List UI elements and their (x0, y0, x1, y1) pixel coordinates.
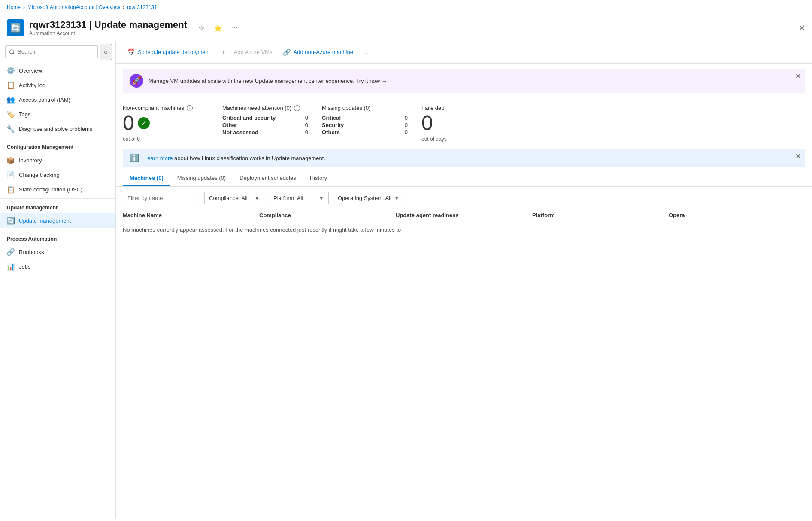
failed-deploy-sublabel: out of days (421, 136, 507, 142)
sidebar-item-label-tags: Tags (19, 111, 30, 118)
external-link-icon: 🔗 (283, 48, 291, 56)
missing-updates-label: Missing updates (0) (322, 105, 408, 111)
tab-missing-updates--0-[interactable]: Missing updates (0) (170, 170, 233, 186)
sidebar-item-runbooks[interactable]: 🔗 Runbooks (0, 245, 115, 259)
page-subtitle: Automation Account (29, 30, 187, 36)
access-control-icon: 👥 (7, 96, 15, 103)
plus-icon: ＋ (220, 48, 227, 56)
close-button[interactable]: ✕ (799, 23, 805, 33)
more-options-icon[interactable]: ··· (230, 23, 239, 33)
info-banner-close[interactable]: ✕ (795, 152, 801, 161)
info-text: Learn more about how Linux classificatio… (144, 155, 325, 161)
missing-updates-stat: Missing updates (0) Critical0Security0Ot… (322, 105, 408, 142)
filter-name-input[interactable] (123, 192, 200, 204)
sidebar-item-state-config[interactable]: 📋 State configuration (DSC) (0, 182, 115, 197)
pin-icon[interactable]: ☆ (197, 23, 206, 33)
main-content: 📅 Schedule update deployment ＋ + Add Azu… (116, 41, 812, 519)
platform-filter[interactable]: Platform: All ▼ (269, 192, 329, 204)
non-compliant-label: Non-compliant machines i (123, 105, 209, 111)
os-filter[interactable]: Operating System: All ▼ (333, 192, 404, 204)
stat-row: Critical and security0 (222, 115, 308, 121)
sidebar-item-activity-log[interactable]: 📋 Activity log (0, 78, 115, 92)
page-header: 🔄 rqwr3123131 | Update management Automa… (0, 15, 812, 41)
compliance-chevron-icon: ▼ (254, 195, 260, 201)
update-management-icon: 🔄 (7, 217, 15, 224)
table-body: No machines currently appear assessed. F… (116, 221, 812, 238)
stat-row: Other0 (222, 122, 308, 128)
stat-row: Security0 (322, 122, 408, 128)
sidebar-item-label-update-management: Update management (19, 218, 71, 224)
toolbar-more-button[interactable]: ... (359, 46, 373, 58)
sidebar-item-inventory[interactable]: 📦 Inventory (0, 153, 115, 167)
info-circle-icon: ℹ️ (130, 153, 139, 163)
sidebar-item-label-jobs: Jobs (19, 264, 30, 270)
non-compliant-value: 0 (123, 113, 134, 133)
sidebar-item-update-management[interactable]: 🔄 Update management (0, 213, 115, 228)
inventory-icon: 📦 (7, 156, 15, 164)
promo-text: Manage VM updates at scale with the new … (148, 78, 387, 84)
activity-log-icon: 📋 (7, 81, 15, 89)
sidebar-item-overview[interactable]: ⚙️ Overview (0, 63, 115, 78)
machines-attention-stat: Machines need attention (0) i Critical a… (222, 105, 308, 142)
sidebar-item-access-control[interactable]: 👥 Access control (IAM) (0, 92, 115, 107)
sidebar-item-label-runbooks: Runbooks (19, 249, 44, 255)
sidebar-section-configuration-management: Configuration Management (0, 138, 115, 153)
runbooks-icon: 🔗 (7, 248, 15, 256)
favorite-icon[interactable]: ⭐ (212, 23, 224, 33)
overview-icon: ⚙️ (7, 67, 15, 74)
breadcrumb-current[interactable]: rqwr3123131 (127, 4, 157, 10)
tab-machines--0-[interactable]: Machines (0) (123, 170, 170, 186)
machines-attention-info-icon[interactable]: i (294, 105, 300, 111)
platform-chevron-icon: ▼ (318, 195, 324, 201)
stat-row: Others0 (322, 129, 408, 136)
sidebar-item-label-change-tracking: Change tracking (19, 172, 60, 178)
machines-attention-label: Machines need attention (0) i (222, 105, 308, 111)
sidebar-item-label-state-config: State configuration (DSC) (19, 186, 82, 193)
collapse-sidebar-button[interactable]: « (100, 44, 112, 60)
promo-banner-close[interactable]: ✕ (795, 72, 801, 80)
sidebar-item-diagnose[interactable]: 🔧 Diagnose and solve problems (0, 121, 115, 136)
sidebar: « ⚙️ Overview 📋 Activity log 👥 Access co… (0, 41, 116, 519)
page-title: rqwr3123131 | Update management (29, 19, 187, 30)
sidebar-section-process-automation: Process Automation (0, 230, 115, 245)
failed-deploy-label: Faile depl (421, 105, 507, 111)
tab-deployment-schedules[interactable]: Deployment schedules (233, 170, 303, 186)
schedule-update-button[interactable]: 📅 Schedule update deployment (123, 46, 214, 59)
failed-deploy-value: 0 (421, 113, 433, 133)
sidebar-item-label-inventory: Inventory (19, 157, 42, 164)
non-compliant-info-icon[interactable]: i (187, 105, 193, 111)
stats-row: Non-compliant machines i 0 ✓ out of 0 Ma… (116, 98, 812, 145)
calendar-icon: 📅 (127, 48, 135, 56)
filters: Compliance: All ▼ Platform: All ▼ Operat… (116, 187, 812, 209)
non-compliant-sublabel: out of 0 (123, 136, 209, 142)
info-banner: ℹ️ Learn more about how Linux classifica… (123, 149, 805, 167)
sidebar-item-tags[interactable]: 🏷️ Tags (0, 107, 115, 121)
empty-message: No machines currently appear assessed. F… (123, 227, 805, 233)
sidebar-item-change-tracking[interactable]: 📄 Change tracking (0, 167, 115, 182)
table-header: Machine NameComplianceUpdate agent readi… (116, 209, 812, 221)
layout: « ⚙️ Overview 📋 Activity log 👥 Access co… (0, 41, 812, 519)
compliance-filter[interactable]: Compliance: All ▼ (204, 192, 264, 204)
sidebar-item-label-activity-log: Activity log (19, 82, 45, 88)
stat-row: Not assessed0 (222, 129, 308, 136)
tab-history[interactable]: History (303, 170, 334, 186)
failed-deploy-stat: Faile depl 0 out of days (421, 105, 507, 142)
table-col-opera: Opera (669, 212, 805, 218)
breadcrumb-home[interactable]: Home (7, 4, 21, 10)
breadcrumb: Home › Microsoft.AutomationAccount | Ove… (0, 0, 812, 15)
sidebar-item-jobs[interactable]: 📊 Jobs (0, 259, 115, 274)
add-non-azure-button[interactable]: 🔗 Add non-Azure machine (279, 46, 358, 59)
search-input[interactable] (5, 45, 98, 58)
sidebar-item-label-access-control: Access control (IAM) (19, 97, 70, 103)
table-col-machine-name: Machine Name (123, 212, 259, 218)
table-col-update-agent-readiness: Update agent readiness (396, 212, 532, 218)
table-col-platform: Platform (532, 212, 669, 218)
learn-more-link[interactable]: Learn more (144, 155, 173, 161)
add-azure-vms-button[interactable]: ＋ + Add Azure VMs (216, 45, 276, 59)
promo-icon: 🚀 (130, 74, 143, 88)
state-config-icon: 📋 (7, 185, 15, 193)
promo-banner: 🚀 Manage VM updates at scale with the ne… (123, 69, 805, 93)
jobs-icon: 📊 (7, 263, 15, 270)
breadcrumb-automation[interactable]: Microsoft.AutomationAccount | Overview (27, 4, 120, 10)
tags-icon: 🏷️ (7, 110, 15, 118)
